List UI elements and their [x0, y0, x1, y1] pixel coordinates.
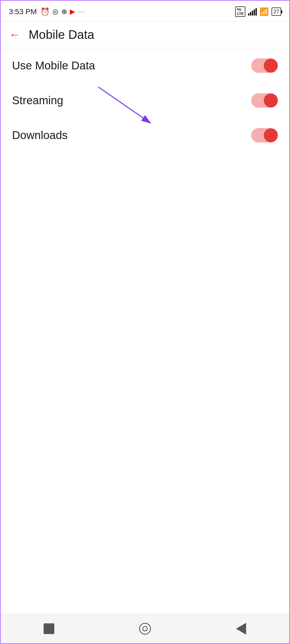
streaming-label: Streaming	[12, 94, 63, 107]
youtube-icon: ▶	[70, 8, 75, 16]
page-title: Mobile Data	[29, 27, 94, 42]
toggle-thumb	[264, 128, 278, 142]
nav-home-button[interactable]	[134, 618, 156, 639]
status-bar: 3:53 PM ⏰ ◎ ⊕ ▶ ··· Vo LTE 📶 27	[1, 1, 289, 21]
more-icon: ···	[78, 8, 85, 15]
toggle-track	[251, 128, 278, 143]
back-button[interactable]: ←	[9, 29, 21, 40]
nav-back-button[interactable]	[230, 618, 252, 639]
downloads-toggle[interactable]	[251, 128, 278, 143]
toggle-thumb	[264, 93, 278, 107]
use-mobile-data-label: Use Mobile Data	[12, 59, 95, 72]
status-icons: ⏰ ◎ ⊕ ▶ ···	[40, 7, 85, 16]
toggle-track	[251, 58, 278, 73]
downloads-label: Downloads	[12, 129, 68, 142]
wifi-icon: 📶	[260, 7, 269, 16]
app-bar: ← Mobile Data	[1, 21, 289, 48]
bottom-nav	[1, 614, 289, 643]
back-icon	[236, 623, 246, 635]
recents-icon	[44, 623, 54, 634]
volte-badge: Vo LTE	[235, 6, 245, 17]
settings-list: Use Mobile Data Streaming Downloads	[1, 48, 289, 153]
nav-recents-button[interactable]	[38, 618, 60, 639]
status-time: 3:53 PM	[9, 8, 37, 16]
toggle-thumb	[264, 59, 278, 73]
alarm-icon: ⏰	[40, 7, 50, 16]
use-mobile-data-toggle[interactable]	[251, 58, 278, 73]
status-right: Vo LTE 📶 27	[235, 6, 281, 17]
home-icon	[139, 623, 151, 635]
downloads-item: Downloads	[1, 118, 289, 153]
whatsapp-icon: ◎	[52, 8, 59, 16]
signal-strength-icon	[248, 8, 257, 16]
streaming-toggle[interactable]	[251, 93, 278, 108]
battery-icon: 27	[272, 8, 281, 16]
status-left: 3:53 PM ⏰ ◎ ⊕ ▶ ···	[9, 7, 85, 16]
toggle-track	[251, 93, 278, 108]
use-mobile-data-item: Use Mobile Data	[1, 48, 289, 83]
streaming-item: Streaming	[1, 83, 289, 118]
layers-icon: ⊕	[61, 8, 67, 16]
